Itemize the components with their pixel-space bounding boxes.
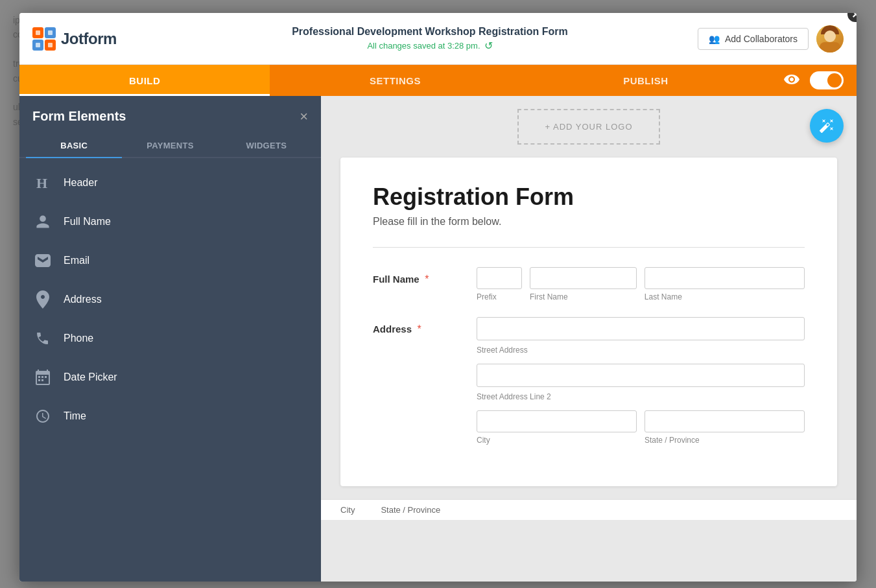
- address-label-text: Address: [373, 323, 412, 335]
- avatar-face: [824, 30, 836, 42]
- sidebar-tab-basic[interactable]: BASIC: [26, 134, 122, 157]
- element-item-fullname[interactable]: Full Name: [19, 202, 321, 241]
- sidebar-tab-widgets[interactable]: WIDGETS: [219, 134, 314, 157]
- form-title: Professional Development Workshop Regist…: [162, 25, 698, 39]
- phone-icon: [32, 328, 53, 349]
- bottom-state-label: State / Province: [381, 505, 440, 515]
- toggle-knob: [827, 73, 842, 88]
- form-subheading: Please fill in the form below.: [373, 216, 805, 228]
- first-name-group: First Name: [530, 267, 637, 301]
- svg-rect-5: [48, 30, 53, 35]
- sidebar-tab-payments[interactable]: PAYMENTS: [122, 134, 218, 157]
- modal-header: Jotform Professional Development Worksho…: [19, 13, 857, 65]
- svg-rect-6: [36, 43, 40, 47]
- element-item-time[interactable]: Time: [19, 397, 321, 436]
- form-card: Registration Form Please fill in the for…: [340, 158, 837, 486]
- content-area: Form Elements × BASIC PAYMENTS WIDGETS: [19, 96, 857, 582]
- city-sublabel: City: [477, 436, 637, 445]
- last-name-group: Last Name: [645, 267, 805, 301]
- first-name-sublabel: First Name: [530, 292, 637, 301]
- full-name-label-col: Full Name *: [373, 267, 464, 301]
- first-name-input[interactable]: [530, 267, 637, 289]
- email-label: Email: [64, 255, 89, 266]
- add-logo-button[interactable]: + ADD YOUR LOGO: [517, 109, 659, 145]
- full-name-inputs-row: Prefix First Name Last Name: [477, 267, 805, 301]
- address-label: Address: [64, 294, 102, 305]
- bottom-city-label: City: [340, 505, 355, 515]
- address-inputs-col: Street Address Street Address Line 2 Cit…: [477, 317, 805, 445]
- header-label: Header: [64, 177, 97, 189]
- street-address-input[interactable]: [477, 317, 805, 340]
- phone-label: Phone: [64, 333, 93, 344]
- main-modal: ✕ Jotform Professional Development Works…: [19, 13, 857, 582]
- form-divider: [373, 247, 805, 248]
- full-name-field-row: Full Name * Prefix First Name: [373, 267, 805, 301]
- header-icon: H: [32, 172, 53, 193]
- magic-wand-button[interactable]: [810, 109, 844, 143]
- sidebar-close-button[interactable]: ×: [300, 110, 308, 124]
- full-name-label: Full Name: [373, 274, 420, 285]
- street-address-line2-input[interactable]: [477, 364, 805, 387]
- element-item-datepicker[interactable]: Date Picker: [19, 358, 321, 397]
- tab-publish[interactable]: PUBLISH: [521, 65, 771, 96]
- full-name-required-star: *: [425, 274, 429, 285]
- fullname-label: Full Name: [64, 216, 111, 228]
- email-icon: [32, 250, 53, 271]
- collaborators-icon: 👥: [709, 34, 720, 44]
- bottom-hint-bar: City State / Province: [321, 499, 857, 520]
- calendar-icon: [32, 367, 53, 388]
- form-canvas: + ADD YOUR LOGO Registration Form Please…: [321, 96, 857, 582]
- element-item-header[interactable]: H Header: [19, 163, 321, 202]
- city-group: City: [477, 410, 637, 445]
- city-state-row: City State / Province: [477, 410, 805, 445]
- refresh-icon: ↺: [484, 40, 493, 52]
- element-item-email[interactable]: Email: [19, 241, 321, 280]
- nav-tabs-bar: BUILD SETTINGS PUBLISH: [19, 65, 857, 96]
- prefix-sublabel: Prefix: [477, 292, 522, 301]
- sidebar-title: Form Elements: [32, 109, 126, 124]
- element-item-phone[interactable]: Phone: [19, 319, 321, 358]
- sidebar: Form Elements × BASIC PAYMENTS WIDGETS: [19, 96, 321, 582]
- form-main-heading: Registration Form: [373, 183, 805, 211]
- person-icon: [32, 211, 53, 232]
- header-center: Professional Development Workshop Regist…: [162, 25, 698, 53]
- datepicker-label: Date Picker: [64, 371, 117, 383]
- add-collaborators-button[interactable]: 👥 Add Collaborators: [698, 28, 809, 50]
- address-label-col: Address *: [373, 317, 464, 445]
- street2-sublabel: Street Address Line 2: [477, 392, 805, 401]
- city-input[interactable]: [477, 410, 637, 432]
- address-field-row: Address * Street Address Street Address …: [373, 317, 805, 445]
- prefix-input[interactable]: [477, 267, 522, 289]
- elements-list: H Header Full Name: [19, 158, 321, 441]
- last-name-input[interactable]: [645, 267, 805, 289]
- address-required-star: *: [417, 323, 421, 335]
- svg-rect-4: [36, 30, 40, 35]
- last-name-sublabel: Last Name: [645, 292, 805, 301]
- state-sublabel: State / Province: [645, 436, 805, 445]
- user-avatar[interactable]: [816, 25, 844, 53]
- header-right: 👥 Add Collaborators: [698, 25, 844, 53]
- time-label: Time: [64, 410, 86, 422]
- logo-label: Jotform: [61, 30, 117, 48]
- svg-rect-7: [48, 43, 53, 47]
- avatar-body: [820, 42, 840, 53]
- state-input[interactable]: [645, 410, 805, 432]
- logo-area: Jotform: [32, 27, 162, 51]
- autosave-status: All changes saved at 3:28 pm. ↺: [162, 40, 698, 52]
- avatar-image: [816, 25, 844, 53]
- state-group: State / Province: [645, 410, 805, 445]
- prefix-group: Prefix: [477, 267, 522, 301]
- street-sublabel: Street Address: [477, 346, 805, 355]
- logo-section: + ADD YOUR LOGO: [321, 96, 857, 151]
- tab-build[interactable]: BUILD: [19, 65, 270, 96]
- sidebar-tabs: BASIC PAYMENTS WIDGETS: [19, 134, 321, 158]
- full-name-inputs-col: Prefix First Name Last Name: [477, 267, 805, 301]
- toggle-switch[interactable]: [810, 71, 844, 89]
- location-icon: [32, 289, 53, 310]
- preview-eye-icon[interactable]: [784, 73, 799, 88]
- clock-icon: [32, 406, 53, 427]
- svg-text:H: H: [36, 175, 47, 191]
- tab-settings[interactable]: SETTINGS: [270, 65, 520, 96]
- element-item-address[interactable]: Address: [19, 280, 321, 319]
- jotform-logo-icon: [32, 27, 56, 51]
